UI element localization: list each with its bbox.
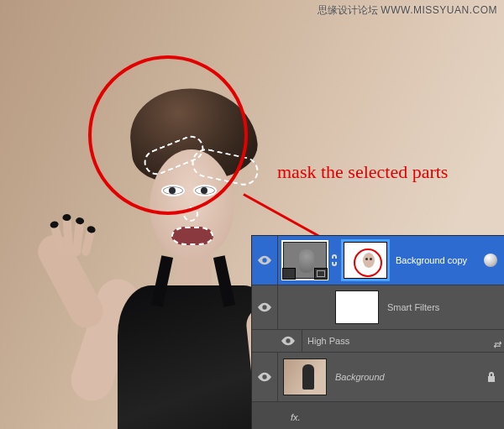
- annotation-mini-circle: [354, 249, 382, 277]
- eye-icon: [281, 336, 295, 346]
- eye-icon: [258, 302, 271, 312]
- visibility-toggle[interactable]: [252, 330, 302, 352]
- watermark: 思缘设计论坛 WWW.MISSYUAN.COM: [318, 3, 497, 18]
- watermark-cn: 思缘设计论坛: [318, 4, 378, 16]
- mask-link-icon[interactable]: [330, 254, 339, 266]
- layer-thumbnail[interactable]: [283, 358, 327, 395]
- fx-button-icon[interactable]: fx.: [291, 412, 301, 422]
- annotation-circle: [88, 55, 248, 215]
- selection-marquee-lips: [171, 227, 213, 245]
- screenshot-root: mask the selected parts 思缘设计论坛 WWW.MISSY…: [0, 0, 504, 429]
- layer-row-background[interactable]: Background: [252, 353, 504, 402]
- layer-row-background-copy[interactable]: Background copy: [252, 236, 504, 285]
- annotation-label: mask the selected parts: [277, 161, 448, 183]
- layer-thumbnail[interactable]: [283, 242, 327, 279]
- panel-footer: fx.: [252, 402, 504, 429]
- smart-filters-label[interactable]: Smart Filters: [382, 302, 504, 312]
- hand-left: [54, 206, 99, 256]
- eye-icon: [258, 255, 271, 265]
- layers-panel[interactable]: Background copy Smart Filters High Pass …: [251, 235, 504, 429]
- filter-row-high-pass[interactable]: High Pass ⇄: [252, 330, 504, 353]
- visibility-toggle[interactable]: [252, 353, 278, 401]
- filter-blend-options-icon[interactable]: ⇄: [493, 339, 501, 350]
- layer-name[interactable]: Background copy: [391, 255, 484, 265]
- smart-object-indicator-icon: [484, 254, 497, 267]
- filter-name[interactable]: High Pass: [302, 336, 504, 346]
- visibility-toggle[interactable]: [252, 285, 278, 329]
- smart-object-badge-icon: [282, 268, 296, 280]
- layer-name[interactable]: Background: [330, 372, 486, 382]
- filter-badge-icon: [314, 268, 328, 280]
- visibility-toggle[interactable]: [252, 236, 278, 285]
- layer-mask-thumbnail[interactable]: [344, 242, 387, 279]
- watermark-url: WWW.MISSYUAN.COM: [381, 4, 497, 16]
- lock-icon[interactable]: [486, 371, 497, 383]
- eye-icon: [258, 372, 271, 382]
- filter-mask-thumbnail[interactable]: [335, 290, 379, 324]
- layer-row-smart-filters[interactable]: Smart Filters: [252, 285, 504, 330]
